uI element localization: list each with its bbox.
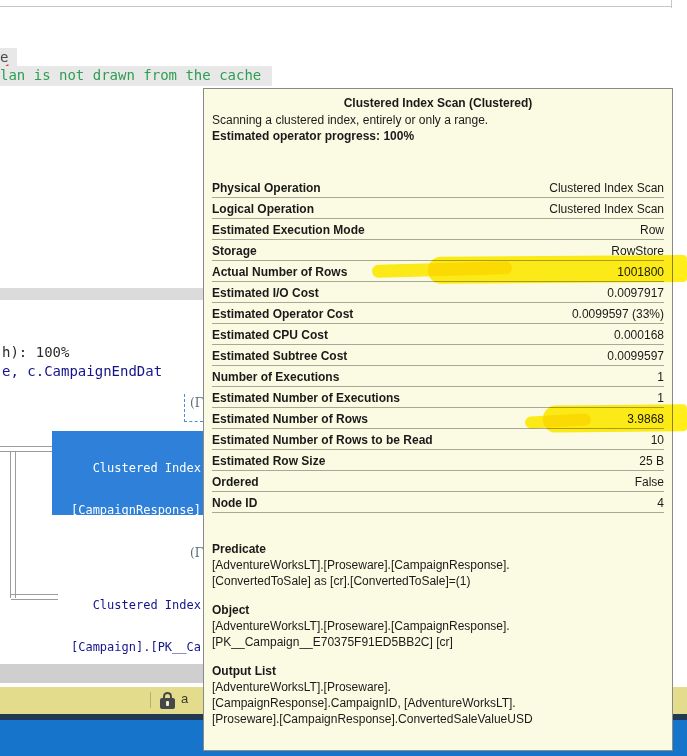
- pane-splitter[interactable]: [0, 288, 205, 300]
- property-label: Estimated CPU Cost: [212, 328, 328, 342]
- property-row: Physical OperationClustered Index Scan: [212, 177, 664, 198]
- property-value: Row: [640, 223, 664, 237]
- property-label: Estimated I/O Cost: [212, 286, 319, 300]
- property-value: 10: [651, 433, 664, 447]
- property-row: Estimated Subtree Cost0.0099597: [212, 345, 664, 366]
- editor-comment-text: lan is not drawn from the cache: [0, 67, 261, 83]
- property-row: Estimated CPU Cost0.000168: [212, 324, 664, 345]
- property-value: 1: [657, 370, 664, 384]
- node-object: [CampaignResponse]: [52, 503, 201, 515]
- section-line: [PK__Campaign__E70375F91ED5BB2C] [cr]: [212, 634, 664, 650]
- status-bar-text: a: [181, 691, 188, 706]
- status-bar-separator: [150, 692, 151, 708]
- tooltip-title: Clustered Index Scan (Clustered): [212, 89, 664, 110]
- property-value: Clustered Index Scan: [549, 202, 664, 216]
- properties-table: Physical OperationClustered Index ScanLo…: [212, 177, 664, 513]
- top-divider: [0, 6, 672, 7]
- property-row: Estimated Row Size25 B: [212, 450, 664, 471]
- property-value: 0.0099597: [607, 349, 664, 363]
- plan-connector-elbow-horizontal: [11, 594, 58, 600]
- property-value: 25 B: [639, 454, 664, 468]
- section-header: Predicate: [212, 541, 664, 557]
- property-label: Ordered: [212, 475, 259, 489]
- section-line: [Proseware].[CampaignResponse].Converted…: [212, 711, 664, 727]
- section-header: Object: [212, 602, 664, 618]
- tooltip-section: Predicate[AdventureWorksLT].[Proseware].…: [212, 541, 664, 589]
- section-header: Output List: [212, 663, 664, 679]
- plan-statement-text: e, c.CampaignEndDat: [2, 363, 162, 379]
- plan-connector-elbow-vertical: [10, 451, 16, 598]
- property-label: Logical Operation: [212, 202, 314, 216]
- property-label: Estimated Subtree Cost: [212, 349, 347, 363]
- property-label: Estimated Execution Mode: [212, 223, 365, 237]
- property-value: Clustered Index Scan: [549, 181, 664, 195]
- node-title: Clustered Index: [52, 598, 201, 612]
- property-label: Physical Operation: [212, 181, 321, 195]
- tooltip-section: Object[AdventureWorksLT].[Proseware].[Ca…: [212, 602, 664, 650]
- operator-icon-fragment[interactable]: (Γ: [172, 546, 203, 568]
- property-row: Logical OperationClustered Index Scan: [212, 198, 664, 219]
- property-value: 4: [657, 496, 664, 510]
- property-label: Estimated Row Size: [212, 454, 325, 468]
- tooltip-progress: Estimated operator progress: 100%: [212, 128, 664, 144]
- top-divider-tick: [671, 0, 672, 8]
- property-row: Estimated Operator Cost0.0099597 (33%): [212, 303, 664, 324]
- operator-icon-selected-fragment[interactable]: (Γ: [184, 394, 203, 422]
- horizontal-scrollbar[interactable]: [0, 664, 205, 683]
- section-line: [CampaignResponse].CampaignID, [Adventur…: [212, 695, 664, 711]
- editor-line-2[interactable]: lan is not drawn from the cache: [0, 66, 272, 86]
- property-label: Estimated Number of Executions: [212, 391, 400, 405]
- highlight-estimated-rows: [543, 404, 687, 433]
- property-row: Node ID4: [212, 492, 664, 513]
- property-label: Number of Executions: [212, 370, 339, 384]
- property-value: 0.000168: [614, 328, 664, 342]
- highlight-actual-rows: [428, 255, 687, 284]
- section-line: [AdventureWorksLT].[Proseware].[Campaign…: [212, 618, 664, 634]
- property-value: False: [635, 475, 664, 489]
- lock-icon: [160, 692, 175, 709]
- property-label: Estimated Number of Rows to be Read: [212, 433, 433, 447]
- section-line: [ConvertedToSale] as [cr].[ConvertedToSa…: [212, 573, 664, 589]
- tooltip-section: Output List[AdventureWorksLT].[Proseware…: [212, 663, 664, 727]
- property-value: 1: [657, 391, 664, 405]
- property-row: OrderedFalse: [212, 471, 664, 492]
- tooltip-sections: Predicate[AdventureWorksLT].[Proseware].…: [212, 541, 664, 727]
- property-row: Estimated Execution ModeRow: [212, 219, 664, 240]
- property-row: Estimated I/O Cost0.0097917: [212, 282, 664, 303]
- property-label: Node ID: [212, 496, 257, 510]
- property-value: 0.0097917: [607, 286, 664, 300]
- property-label: Estimated Operator Cost: [212, 307, 353, 321]
- editor-line-1[interactable]: e: [0, 48, 17, 66]
- property-row: Number of Executions1: [212, 366, 664, 387]
- plan-query-cost-text: h): 100%: [2, 344, 69, 360]
- property-label: Estimated Number of Rows: [212, 412, 368, 426]
- property-value: 0.0099597 (33%): [572, 307, 664, 321]
- section-line: [AdventureWorksLT].[Proseware].: [212, 679, 664, 695]
- tooltip-description: Scanning a clustered index, entirely or …: [212, 112, 664, 128]
- plan-connector-top: [0, 446, 52, 452]
- editor-text-fragment: e: [0, 49, 8, 65]
- plan-node-campaign[interactable]: Clustered Index [Campaign].[PK__Ca 0:0 1…: [52, 568, 203, 660]
- property-label: Actual Number of Rows: [212, 265, 347, 279]
- section-line: [AdventureWorksLT].[Proseware].[Campaign…: [212, 557, 664, 573]
- node-title: Clustered Index: [52, 461, 201, 475]
- node-object: [Campaign].[PK__Ca: [52, 640, 201, 654]
- property-label: Storage: [212, 244, 257, 258]
- plan-node-campaignresponse[interactable]: Clustered Index [CampaignResponse] 0:0 1…: [52, 431, 203, 515]
